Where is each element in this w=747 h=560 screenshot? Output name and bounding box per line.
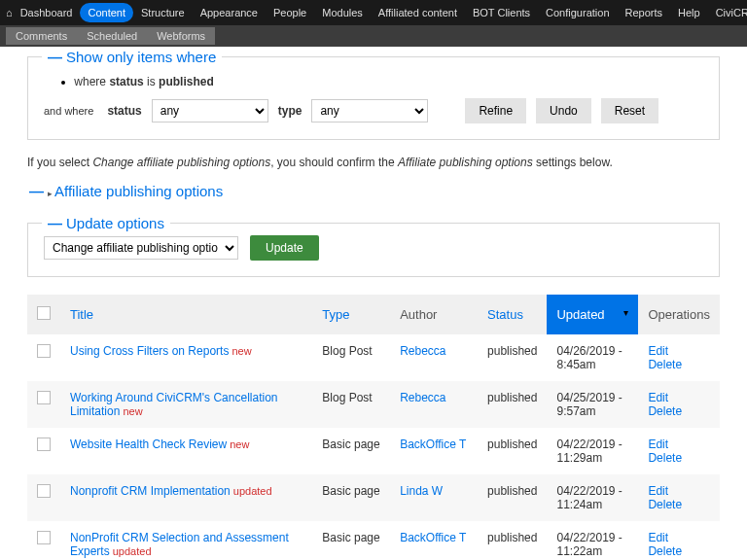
edit-link[interactable]: Edit xyxy=(648,484,710,498)
table-row: Website Health Check Review newBasic pag… xyxy=(27,428,720,474)
row-updated: 04/22/2019 - 11:22am xyxy=(547,521,638,560)
type-label: type xyxy=(278,104,302,118)
topnav-item[interactable]: Affiliated content xyxy=(371,3,465,22)
edit-link[interactable]: Edit xyxy=(648,438,710,451)
row-updated: 04/22/2019 - 11:24am xyxy=(547,474,638,521)
row-tag: new xyxy=(227,438,249,450)
refine-button[interactable]: Refine xyxy=(465,98,526,123)
status-select[interactable]: any xyxy=(152,99,268,122)
row-status: published xyxy=(478,428,547,474)
sub-nav: CommentsScheduledWebforms xyxy=(0,25,747,47)
type-select[interactable]: any xyxy=(311,99,428,122)
row-title-link[interactable]: Using Cross Filters on Reports xyxy=(70,344,229,358)
row-type: Blog Post xyxy=(312,334,390,381)
home-icon[interactable]: ⌂ xyxy=(6,7,13,18)
filter-legend: —Show only items where xyxy=(42,49,222,65)
row-status: published xyxy=(478,521,547,560)
col-status[interactable]: Status xyxy=(478,295,547,334)
row-checkbox[interactable] xyxy=(37,438,51,451)
row-author-link[interactable]: Linda W xyxy=(400,484,443,498)
table-row: NonProfit CRM Selection and Assessment E… xyxy=(27,521,720,560)
sort-desc-icon: ▾ xyxy=(623,307,628,318)
row-author-link[interactable]: BackOffice T xyxy=(400,531,466,544)
select-all-checkbox[interactable] xyxy=(37,306,51,320)
edit-link[interactable]: Edit xyxy=(648,531,710,544)
row-title-link[interactable]: Nonprofit CRM Implementation xyxy=(70,484,231,498)
chevron-right-icon: ▸ xyxy=(48,189,53,198)
row-author-link[interactable]: BackOffice T xyxy=(400,438,466,451)
topnav-item[interactable]: Help xyxy=(670,3,708,22)
table-row: Working Around CiviCRM's Cancellation Li… xyxy=(27,381,720,428)
row-checkbox[interactable] xyxy=(37,344,51,358)
row-type: Basic page xyxy=(312,521,390,560)
active-filter-line: where status is published xyxy=(61,75,703,88)
row-tag: new xyxy=(229,345,251,357)
row-author-link[interactable]: Rebecca xyxy=(400,391,445,404)
delete-link[interactable]: Delete xyxy=(648,544,710,558)
row-checkbox[interactable] xyxy=(37,391,51,404)
edit-link[interactable]: Edit xyxy=(648,391,710,404)
row-type: Blog Post xyxy=(312,381,390,428)
row-title-link[interactable]: Website Health Check Review xyxy=(70,438,227,451)
topnav-item[interactable]: Dashboard xyxy=(13,3,81,22)
update-action-select[interactable]: Change affiliate publishing options xyxy=(44,236,238,260)
delete-link[interactable]: Delete xyxy=(648,358,710,371)
row-title-link[interactable]: Working Around CiviCRM's Cancellation Li… xyxy=(70,391,278,418)
topnav-item[interactable]: Reports xyxy=(618,3,671,22)
content-table: Title Type Author Status Updated▾ Operat… xyxy=(27,295,720,560)
col-updated[interactable]: Updated▾ xyxy=(547,295,638,334)
row-status: published xyxy=(478,334,547,381)
update-legend: —Update options xyxy=(42,215,170,231)
row-tag: updated xyxy=(231,485,272,497)
delete-link[interactable]: Delete xyxy=(648,404,710,418)
and-where-label: and where xyxy=(44,105,93,117)
table-row: Using Cross Filters on Reports newBlog P… xyxy=(27,334,720,381)
delete-link[interactable]: Delete xyxy=(648,498,710,511)
edit-link[interactable]: Edit xyxy=(648,344,710,358)
subnav-item[interactable]: Comments xyxy=(6,27,77,45)
undo-button[interactable]: Undo xyxy=(536,98,591,123)
hint-text: If you select Change affiliate publishin… xyxy=(27,156,720,169)
update-fieldset: —Update options Change affiliate publish… xyxy=(27,223,720,277)
row-updated: 04/22/2019 - 11:29am xyxy=(547,428,638,474)
row-updated: 04/26/2019 - 8:45am xyxy=(547,334,638,381)
row-author-link[interactable]: Rebecca xyxy=(400,344,445,358)
status-label: status xyxy=(107,104,141,118)
delete-link[interactable]: Delete xyxy=(648,451,710,465)
col-title[interactable]: Title xyxy=(60,295,312,334)
update-button[interactable]: Update xyxy=(250,235,319,261)
row-type: Basic page xyxy=(312,428,390,474)
col-author[interactable]: Author xyxy=(390,295,478,334)
subnav-item[interactable]: Webforms xyxy=(147,27,215,45)
topnav-item[interactable]: Configuration xyxy=(538,3,617,22)
topnav-item[interactable]: Appearance xyxy=(193,3,266,22)
row-tag: new xyxy=(120,405,142,417)
row-checkbox[interactable] xyxy=(37,484,51,498)
topnav-item[interactable]: Content xyxy=(80,3,133,22)
subnav-item[interactable]: Scheduled xyxy=(77,27,147,45)
topnav-item[interactable]: People xyxy=(266,3,314,22)
row-type: Basic page xyxy=(312,474,390,521)
row-title-link[interactable]: NonProfit CRM Selection and Assessment E… xyxy=(70,531,289,558)
topnav-item[interactable]: BOT Clients xyxy=(465,3,538,22)
row-tag: updated xyxy=(110,545,152,557)
row-checkbox[interactable] xyxy=(37,531,51,544)
reset-button[interactable]: Reset xyxy=(601,98,658,123)
col-operations: Operations xyxy=(638,295,720,334)
table-row: Nonprofit CRM Implementation updatedBasi… xyxy=(27,474,720,521)
col-type[interactable]: Type xyxy=(312,295,390,334)
row-status: published xyxy=(478,381,547,428)
topnav-item[interactable]: Modules xyxy=(314,3,371,22)
affiliate-options-toggle[interactable]: —▸Affiliate publishing options xyxy=(27,179,720,203)
row-updated: 04/25/2019 - 9:57am xyxy=(547,381,638,428)
row-status: published xyxy=(478,474,547,521)
topnav-item[interactable]: Structure xyxy=(133,3,193,22)
top-nav: ⌂ DashboardContentStructureAppearancePeo… xyxy=(0,0,747,25)
topnav-item[interactable]: CiviCRM xyxy=(708,3,747,22)
filter-fieldset: —Show only items where where status is p… xyxy=(27,56,720,140)
